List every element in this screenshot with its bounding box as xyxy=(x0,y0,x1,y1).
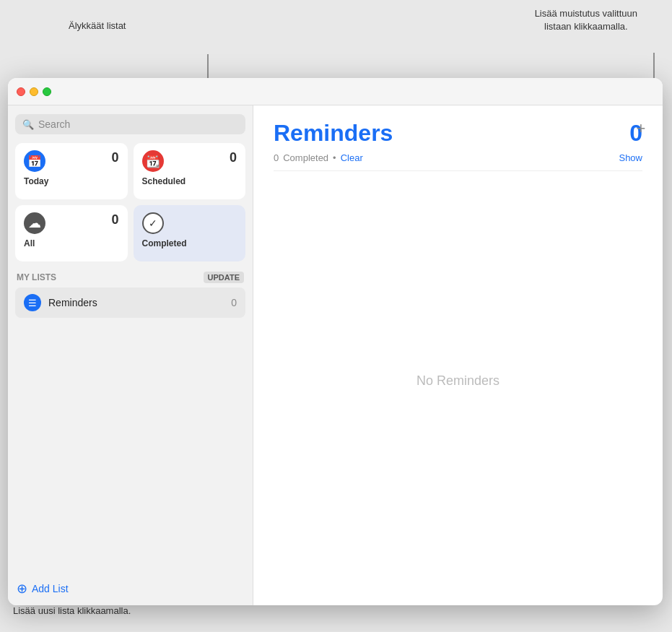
update-badge[interactable]: UPDATE xyxy=(204,272,244,283)
annotation-add-reminder: Lisää muistutus valittuunlistaan klikkaa… xyxy=(535,7,637,33)
clear-button[interactable]: Clear xyxy=(341,152,363,163)
main-subheader: 0 Completed • Clear Show xyxy=(274,152,642,171)
add-list-label: Add List xyxy=(32,583,69,594)
smart-list-today[interactable]: 📅 0 Today xyxy=(15,143,128,199)
completed-icon: ✓ xyxy=(142,212,164,234)
fullscreen-button[interactable] xyxy=(43,87,51,96)
app-window: 🔍 Search 📅 0 Today 📆 0 Scheduled xyxy=(8,78,663,605)
no-reminders-area: No Reminders xyxy=(274,171,642,591)
no-reminders-text: No Reminders xyxy=(416,373,499,389)
all-label: All xyxy=(24,238,119,248)
completed-label-text: Completed xyxy=(283,152,328,163)
all-count: 0 xyxy=(111,212,118,228)
reminders-list-count: 0 xyxy=(231,297,237,308)
search-placeholder: Search xyxy=(38,118,70,130)
list-item-reminders[interactable]: ☰ Reminders 0 xyxy=(15,287,245,318)
scheduled-icon: 📆 xyxy=(142,150,164,172)
all-icon: ☁ xyxy=(24,212,45,234)
bullet-separator: • xyxy=(333,152,336,163)
completed-info: 0 Completed • Clear xyxy=(274,152,363,163)
scheduled-label: Scheduled xyxy=(142,176,237,186)
smart-list-all[interactable]: ☁ 0 All xyxy=(15,205,128,261)
add-list-button[interactable]: ⊕ Add List xyxy=(15,572,245,605)
reminders-list-icon: ☰ xyxy=(24,294,41,311)
show-button[interactable]: Show xyxy=(619,152,642,163)
annotation-add-list: Lisää uusi lista klikkaamalla. xyxy=(13,605,131,616)
add-list-icon: ⊕ xyxy=(17,581,27,597)
minimize-button[interactable] xyxy=(30,87,38,96)
search-icon: 🔍 xyxy=(22,119,34,130)
smart-list-completed[interactable]: ✓ Completed xyxy=(134,205,246,261)
completed-count-text: 0 xyxy=(274,152,279,163)
traffic-lights xyxy=(17,87,51,96)
title-bar xyxy=(8,78,663,105)
completed-label: Completed xyxy=(142,238,237,248)
my-lists-title: My Lists xyxy=(17,272,56,282)
reminders-list-name: Reminders xyxy=(48,297,224,308)
today-count: 0 xyxy=(111,150,118,165)
annotation-smart-lists: Älykkäät listat xyxy=(69,20,126,31)
today-icon: 📅 xyxy=(24,150,45,172)
my-lists-header: My Lists UPDATE xyxy=(15,272,245,283)
content-area: 🔍 Search 📅 0 Today 📆 0 Scheduled xyxy=(8,105,663,605)
sidebar: 🔍 Search 📅 0 Today 📆 0 Scheduled xyxy=(8,105,253,605)
main-header: Reminders 0 xyxy=(274,120,642,147)
main-title: Reminders xyxy=(274,120,393,147)
smart-list-scheduled[interactable]: 📆 0 Scheduled xyxy=(134,143,246,199)
main-content: + Reminders 0 0 Completed • Clear Show N… xyxy=(253,105,663,605)
search-bar[interactable]: 🔍 Search xyxy=(15,114,245,134)
scheduled-count: 0 xyxy=(230,150,237,165)
today-label: Today xyxy=(24,176,119,186)
smart-lists-grid: 📅 0 Today 📆 0 Scheduled ☁ 0 All xyxy=(15,143,245,261)
add-reminder-button[interactable]: + xyxy=(631,118,651,139)
close-button[interactable] xyxy=(17,87,25,96)
